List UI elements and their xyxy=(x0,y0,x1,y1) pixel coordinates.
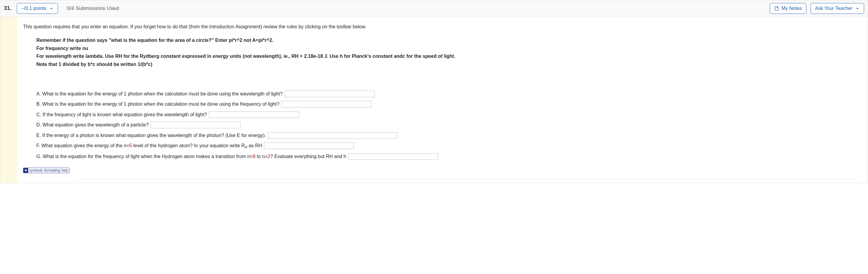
answer-input-e[interactable] xyxy=(268,132,397,139)
ask-teacher-button[interactable]: Ask Your Teacher xyxy=(811,3,864,14)
chevron-down-icon xyxy=(49,6,54,10)
answer-input-g[interactable] xyxy=(348,153,438,160)
chevron-down-icon xyxy=(856,6,860,10)
intro-text: This question requires that you enter an… xyxy=(23,23,862,31)
question-g: G. What is the equation for the frequenc… xyxy=(36,152,564,161)
question-body: This question requires that you enter an… xyxy=(0,17,868,183)
ask-teacher-label: Ask Your Teacher xyxy=(815,6,852,11)
question-g-post: ? Evaluate everything but RH and h xyxy=(270,154,346,159)
question-content: This question requires that you enter an… xyxy=(17,17,868,183)
question-a: A. What is the equation for the energy o… xyxy=(36,89,564,99)
question-g-mid: to n= xyxy=(255,154,268,159)
question-f-pre: F. What equation gives the energy of the… xyxy=(36,143,129,148)
answer-input-d[interactable] xyxy=(151,121,241,128)
points-dropdown[interactable]: –/0.1 points xyxy=(17,3,58,14)
question-e: E. If the energy of a photon is known wh… xyxy=(36,131,564,140)
my-notes-button[interactable]: My Notes xyxy=(770,3,806,14)
question-g-n1: 8 xyxy=(253,154,255,159)
question-g-n2: 2 xyxy=(268,154,270,159)
question-a-text: A. What is the equation for the energy o… xyxy=(36,91,282,97)
answer-input-b[interactable] xyxy=(281,101,371,108)
instruction-line: For wavelength write lambda. Use RH for … xyxy=(36,53,552,60)
answer-input-a[interactable] xyxy=(285,91,375,97)
question-d-text: D. What equation gives the wavelength of… xyxy=(36,122,149,127)
question-f-n: 5 xyxy=(129,143,132,148)
answer-input-f[interactable] xyxy=(264,142,354,149)
bottom-divider xyxy=(77,180,856,180)
answer-input-c[interactable] xyxy=(209,111,299,118)
question-g-pre: G. What is the equation for the frequenc… xyxy=(36,154,253,159)
instruction-line: For frequency write nu xyxy=(36,45,552,52)
note-icon xyxy=(774,6,779,11)
symbolic-help-label: symbolic formatting help xyxy=(29,168,68,173)
instruction-line: Remember if the question says "what is t… xyxy=(36,37,552,44)
help-icon: ✦ xyxy=(24,168,28,173)
question-c-text: C. If the frequency of light is known wh… xyxy=(36,112,207,117)
symbolic-formatting-help-button[interactable]: ✦ symbolic formatting help xyxy=(23,168,69,173)
points-label: –/0.1 points xyxy=(21,6,46,11)
submissions-used: 0/4 Submissions Used xyxy=(67,5,119,11)
question-container: 31. –/0.1 points 0/4 Submissions Used My… xyxy=(0,0,868,183)
question-b: B. What is the equation for the energy o… xyxy=(36,100,564,109)
instruction-line: Note that 1 divided by b*c should be wri… xyxy=(36,61,552,68)
left-highlight-stripe xyxy=(0,17,17,183)
question-number: 31. xyxy=(4,5,11,11)
questions-block: A. What is the equation for the energy o… xyxy=(23,89,564,161)
question-header: 31. –/0.1 points 0/4 Submissions Used My… xyxy=(0,0,868,17)
instructions-block: Remember if the question says "what is t… xyxy=(23,37,552,68)
question-f-sub: H xyxy=(245,145,247,149)
question-f-mid: level of the hydrogen atom? In your equa… xyxy=(132,143,245,148)
question-c: C. If the frequency of light is known wh… xyxy=(36,110,564,119)
question-e-text: E. If the energy of a photon is known wh… xyxy=(36,133,266,138)
question-b-text: B. What is the equation for the energy o… xyxy=(36,102,280,107)
my-notes-label: My Notes xyxy=(781,6,802,11)
header-tools: My Notes Ask Your Teacher xyxy=(770,3,864,14)
question-d: D. What equation gives the wavelength of… xyxy=(36,120,564,130)
question-f: F. What equation gives the energy of the… xyxy=(36,141,564,151)
question-f-post: as RH xyxy=(247,143,262,148)
